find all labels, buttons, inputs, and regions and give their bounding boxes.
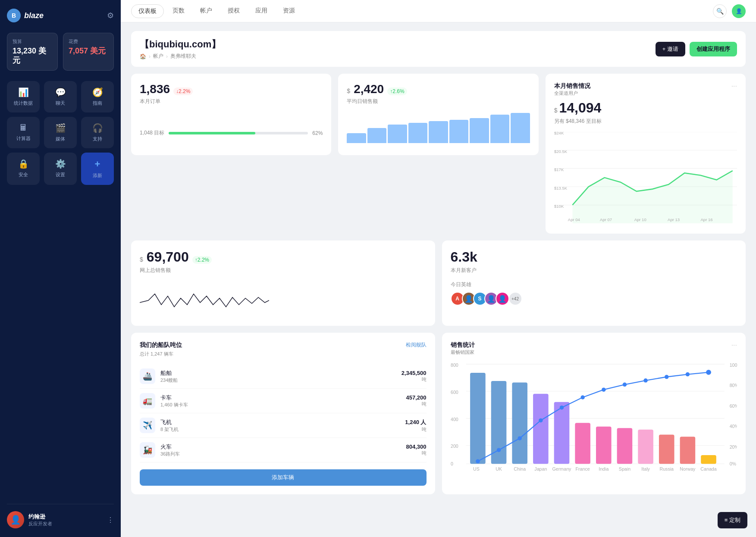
tab-apps[interactable]: 应用 <box>248 4 274 18</box>
nav-item-calc[interactable]: 🖩 计算器 <box>7 117 40 148</box>
tab-auth[interactable]: 授权 <box>221 4 247 18</box>
breadcrumb-accounts: 帐户 <box>153 53 163 60</box>
expense-value: 7,057 美元 <box>69 47 108 56</box>
customize-button[interactable]: ≡ 定制 <box>718 512 747 528</box>
svg-point-59 <box>539 418 543 422</box>
new-customers-card: 6.3k 本月新客户 今日英雄 A 👤 S 👤 <box>442 240 746 326</box>
svg-text:600: 600 <box>451 390 458 395</box>
expense-label: 花费 <box>69 38 108 45</box>
top-nav-actions: 🔍 👤 <box>713 4 746 18</box>
svg-text:0%: 0% <box>729 461 736 466</box>
total-sales-label: 网上总销售额 <box>140 267 427 274</box>
svg-point-63 <box>622 383 626 387</box>
add-vehicle-button[interactable]: 添加车辆 <box>140 469 427 486</box>
invite-button[interactable]: + 邀请 <box>656 42 685 56</box>
nav-item-settings[interactable]: ⚙️ 设置 <box>44 153 77 185</box>
fleet-item-truck: 🚛 卡车 1,460 辆卡车 457,200 吨 <box>140 389 427 413</box>
new-customers-main: 6.3k <box>451 249 737 265</box>
guide-icon: 🧭 <box>92 87 103 97</box>
mini-bar <box>449 120 468 143</box>
orders-card: 1,836 ↓2.2% 本月订单 1,048 目标 62% <box>131 74 331 155</box>
svg-rect-54 <box>701 455 716 464</box>
user-menu-icon[interactable]: ⋮ <box>107 516 114 524</box>
svg-text:$13.5K: $13.5K <box>554 186 568 190</box>
calc-icon: 🖩 <box>19 123 28 133</box>
plane-icon: ✈️ <box>140 418 155 433</box>
sidebar-gear-icon[interactable]: ⚙ <box>107 11 114 20</box>
svg-text:$24K: $24K <box>554 132 564 135</box>
user-avatar: 👤 <box>7 511 24 528</box>
nav-item-security[interactable]: 🔒 安全 <box>7 153 40 185</box>
train-info: 火车 36路列车 <box>160 443 401 457</box>
plane-info: 飞机 8 架飞机 <box>160 418 400 433</box>
create-app-button[interactable]: 创建应用程序 <box>690 42 737 56</box>
nav-tabs: 仪表板 页数 帐户 授权 应用 资源 <box>131 4 302 18</box>
daily-sales-change: ↑2.6% <box>387 87 407 95</box>
breadcrumb: 🏠 › 帐户 › 奥弗维耶夫 <box>140 53 221 60</box>
settings-label: 设置 <box>56 172 65 178</box>
svg-point-57 <box>496 448 500 452</box>
nav-item-chat[interactable]: 💬 聊天 <box>44 81 77 112</box>
sales-stats-menu[interactable]: ··· <box>731 341 737 349</box>
breadcrumb-current: 奥弗维耶夫 <box>170 53 196 60</box>
nav-item-guide[interactable]: 🧭 指南 <box>81 81 114 112</box>
monthly-sales-menu[interactable]: ··· <box>731 82 737 90</box>
search-button[interactable]: 🔍 <box>713 4 727 18</box>
ship-name: 船舶 <box>160 369 396 377</box>
fleet-item-plane: ✈️ 飞机 8 架飞机 1,240 人 吨 <box>140 413 427 438</box>
svg-rect-38 <box>533 394 549 464</box>
user-name: 约翰逊 <box>28 513 103 521</box>
svg-text:400: 400 <box>451 417 458 422</box>
fleet-link[interactable]: 检阅舰队 <box>406 341 427 349</box>
sidebar-footer: 👤 约翰逊 反应开发者 ⋮ <box>7 504 114 528</box>
train-count: 36路列车 <box>160 451 401 457</box>
total-sales-main: $ 69,700 ↑2.2% <box>140 249 427 265</box>
mini-bar <box>429 121 448 143</box>
train-value: 804,300 <box>406 443 427 450</box>
media-icon: 🎬 <box>55 123 66 133</box>
orders-progress-fill <box>169 132 255 134</box>
media-label: 媒体 <box>56 136 65 142</box>
svg-rect-48 <box>638 430 653 464</box>
new-customers-label: 本月新客户 <box>451 267 737 274</box>
fleet-card: 我们的船队吨位 检阅舰队 总计 1,247 辆车 🚢 船舶 234艘船 2,34… <box>131 333 435 494</box>
top-user-avatar[interactable]: 👤 <box>732 4 746 18</box>
tab-resources[interactable]: 资源 <box>276 4 302 18</box>
monthly-sales-title: 本月销售情况 <box>554 82 590 90</box>
truck-info: 卡车 1,460 辆卡车 <box>160 394 401 408</box>
nav-item-stats[interactable]: 📊 统计数据 <box>7 81 40 112</box>
total-sales-card: $ 69,700 ↑2.2% 网上总销售额 <box>131 240 435 326</box>
tab-accounts[interactable]: 帐户 <box>193 4 219 18</box>
nav-item-add[interactable]: + 添新 <box>81 153 114 185</box>
monthly-sales-card: 本月销售情况 全渠道用户 ··· $ 14,094 另有 $48,346 至目标 <box>546 74 746 234</box>
security-icon: 🔒 <box>18 159 29 169</box>
sales-stats-subtitle: 最畅销国家 <box>451 349 475 356</box>
nav-item-media[interactable]: 🎬 媒体 <box>44 117 77 148</box>
truck-icon: 🚛 <box>140 393 155 409</box>
tab-dashboard[interactable]: 仪表板 <box>131 4 164 18</box>
sales-stats-header: 销售统计 最畅销国家 ··· <box>451 341 737 356</box>
truck-value: 457,200 <box>406 394 427 401</box>
nav-item-support[interactable]: 🎧 支持 <box>81 117 114 148</box>
nav-grid: 📊 统计数据 💬 聊天 🧭 指南 🖩 计算器 🎬 媒体 🎧 支持 🔒 安全 ⚙ <box>7 81 114 185</box>
budget-label: 预算 <box>13 38 52 45</box>
orders-label: 本月订单 <box>140 98 323 105</box>
svg-rect-32 <box>470 373 486 464</box>
tab-pages[interactable]: 页数 <box>166 4 191 18</box>
expense-card: 花费 7,057 美元 <box>63 33 114 71</box>
fleet-title: 我们的船队吨位 <box>140 341 182 349</box>
plane-name: 飞机 <box>160 418 400 426</box>
ship-value: 2,345,500 <box>402 370 427 376</box>
svg-text:UK: UK <box>496 466 502 471</box>
budget-section: 预算 13,230 美元 花费 7,057 美元 <box>7 33 114 71</box>
svg-text:US: US <box>473 466 479 471</box>
mini-bar <box>490 115 509 143</box>
orders-footer: 1,048 目标 62% <box>140 129 323 137</box>
user-info: 约翰逊 反应开发者 <box>28 513 103 527</box>
plane-count: 8 架飞机 <box>160 426 400 433</box>
user-role: 反应开发者 <box>28 521 103 527</box>
orders-value: 1,836 <box>140 82 170 96</box>
svg-point-58 <box>518 436 521 440</box>
heroes-section: 今日英雄 A 👤 S 👤 👤 +42 <box>451 281 737 306</box>
svg-point-61 <box>580 395 584 399</box>
